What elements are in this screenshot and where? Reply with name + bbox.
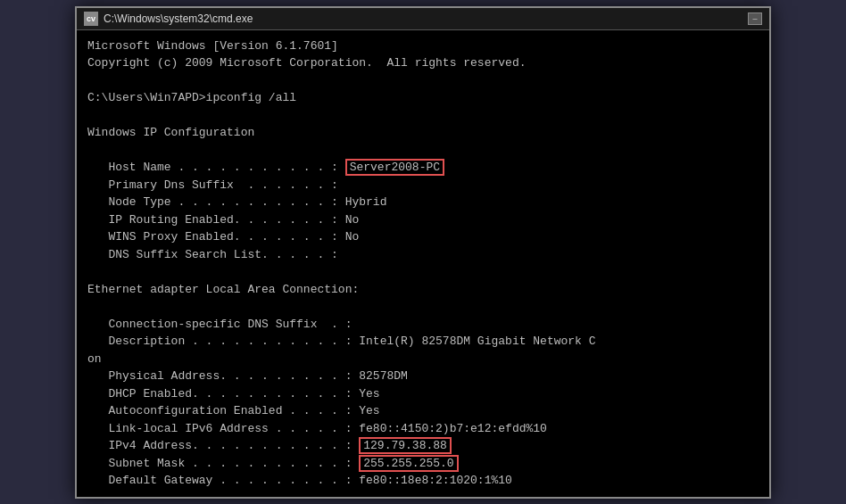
primary-dns-label: Primary Dns Suffix . . . . . . : [87,178,345,192]
screenshot-wrapper: cv C:\Windows\system32\cmd.exe – Microso… [0,0,846,504]
ipv6-line: Link-local IPv6 Address . . . . . : fe80… [87,420,759,438]
blank2 [87,107,759,125]
gateway-line: Default Gateway . . . . . . . . . : fe80… [87,472,759,490]
dhcp-value: Yes [359,387,379,401]
physical-value: 82578DM [359,369,408,383]
desc-line: Description . . . . . . . . . . . : Inte… [87,333,759,351]
wins-proxy-line: WINS Proxy Enabled. . . . . . . : No [87,228,759,246]
cmd-window: cv C:\Windows\system32\cmd.exe – Microso… [75,6,771,499]
desc-cont-line: on [87,351,759,368]
title-bar-controls: – [748,12,762,25]
prompt-line: C:\Users\Win7APD>ipconfig /all [87,89,759,107]
ethernet-header: Ethernet adapter Local Area Connection: [87,281,759,299]
ipv4-line: IPv4 Address. . . . . . . . . . . : 129.… [87,437,759,455]
console-body: Microsoft Windows [Version 6.1.7601] Cop… [77,30,769,497]
conn-dns-label: Connection-specific DNS Suffix . : [87,318,359,331]
ipv4-value: 129.79.38.88 [359,437,452,454]
ip-routing-line: IP Routing Enabled. . . . . . . : No [87,211,759,229]
dns-suffix-label: DNS Suffix Search List. . . . . : [87,248,345,261]
autoconfig-label: Autoconfiguration Enabled . . . . : [87,404,359,417]
node-type-value: Hybrid [345,195,387,209]
desc-value: Intel(R) 82578DM Gigabit Network C [359,335,595,348]
wip-line: Windows IP Configuration [87,124,759,142]
desc-label: Description . . . . . . . . . . . : [87,335,359,348]
title-bar-text: C:\Windows\system32\cmd.exe [104,12,742,25]
ipv4-label: IPv4 Address. . . . . . . . . . . : [87,439,359,452]
dhcp-line: DHCP Enabled. . . . . . . . . . . : Yes [87,385,759,403]
version-line: Microsoft Windows [Version 6.1.7601] [87,37,759,55]
blank4 [87,263,759,281]
host-name-label: Host Name . . . . . . . . . . . : [87,161,345,174]
ip-routing-value: No [345,213,360,227]
blank5 [87,298,759,316]
copyright-line: Copyright (c) 2009 Microsoft Corporation… [87,54,759,72]
dhcp-label: DHCP Enabled. . . . . . . . . . . : [87,387,359,401]
autoconfig-value: Yes [359,404,379,417]
gateway-label: Default Gateway . . . . . . . . . : [87,474,359,487]
ipv6-label: Link-local IPv6 Address . . . . . : [87,422,359,435]
blank1 [87,72,759,90]
wins-proxy-value: No [345,230,360,244]
dns-suffix-line: DNS Suffix Search List. . . . . : [87,246,759,264]
subnet-line: Subnet Mask . . . . . . . . . . . : 255.… [87,455,759,473]
ip-routing-label: IP Routing Enabled. . . . . . . : [87,213,345,227]
host-name-value: Server2008-PC [345,159,444,176]
blank3 [87,142,759,160]
autoconfig-line: Autoconfiguration Enabled . . . . : Yes [87,402,759,420]
gateway-value: fe80::18e8:2:1020:1%10 [359,474,512,487]
primary-dns-line: Primary Dns Suffix . . . . . . : [87,177,759,194]
subnet-value: 255.255.255.0 [359,455,458,472]
window-icon: cv [84,12,98,26]
host-name-line: Host Name . . . . . . . . . . . : Server… [87,159,759,177]
physical-line: Physical Address. . . . . . . . . : 8257… [87,368,759,385]
wins-proxy-label: WINS Proxy Enabled. . . . . . . : [87,230,345,244]
subnet-label: Subnet Mask . . . . . . . . . . . : [87,457,359,470]
title-bar: cv C:\Windows\system32\cmd.exe – [77,8,769,30]
ipv6-value: fe80::4150:2)b7:e12:efdd%10 [359,422,547,435]
node-type-label: Node Type . . . . . . . . . . . : [87,195,345,209]
conn-dns-line: Connection-specific DNS Suffix . : [87,316,759,334]
minimize-button[interactable]: – [748,12,762,25]
node-type-line: Node Type . . . . . . . . . . . : Hybrid [87,194,759,211]
physical-label: Physical Address. . . . . . . . . : [87,369,359,383]
